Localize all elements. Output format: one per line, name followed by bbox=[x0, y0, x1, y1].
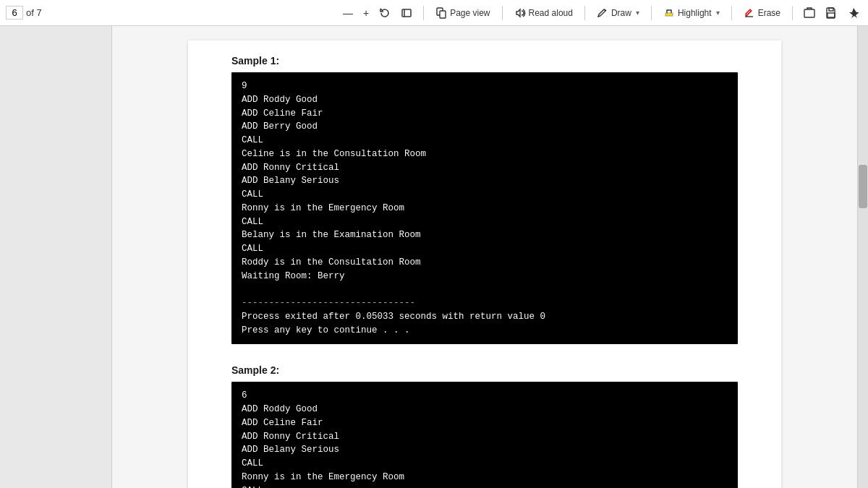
document-page: Sample 1: 9 ADD Roddy Good ADD Celine Fa… bbox=[188, 40, 781, 488]
sample1-line-8: CALL bbox=[242, 188, 728, 202]
sample1-line-7: ADD Belany Serious bbox=[242, 174, 728, 188]
search-button[interactable] bbox=[45, 11, 52, 15]
sample1-line-6: ADD Ronny Critical bbox=[242, 161, 728, 175]
svg-rect-10 bbox=[827, 13, 835, 17]
divider-5 bbox=[731, 6, 732, 20]
divider-1 bbox=[423, 6, 424, 20]
read-aloud-label: Read aloud bbox=[529, 8, 573, 18]
sample1-line-4: CALL bbox=[242, 134, 728, 147]
draw-icon bbox=[597, 7, 608, 19]
svg-rect-2 bbox=[402, 9, 411, 17]
svg-rect-9 bbox=[829, 8, 833, 11]
page-view-label: Page view bbox=[450, 8, 490, 18]
left-sidebar bbox=[0, 26, 112, 488]
scrollbar[interactable] bbox=[857, 26, 868, 488]
divider-2 bbox=[502, 6, 503, 20]
sample2-terminal: 6 ADD Roddy Good ADD Celine Fair ADD Ron… bbox=[231, 382, 738, 488]
highlight-chevron-icon: ▾ bbox=[716, 9, 720, 17]
page-navigation: 6 of 7 bbox=[6, 6, 52, 20]
pin-button[interactable] bbox=[843, 5, 862, 21]
scrollbar-thumb[interactable] bbox=[859, 165, 867, 208]
sample1-line-2: ADD Celine Fair bbox=[242, 107, 728, 121]
zoom-out-icon: — bbox=[343, 7, 353, 19]
fit-icon bbox=[401, 7, 412, 19]
sample2-label: Sample 2: bbox=[231, 364, 738, 376]
pin-icon bbox=[847, 7, 859, 19]
read-aloud-button[interactable]: Read aloud bbox=[510, 5, 577, 21]
undo-icon bbox=[379, 7, 391, 19]
page-view-icon bbox=[435, 7, 447, 19]
sample1-line-11: Belany is in the Examination Room bbox=[242, 228, 728, 242]
sample1-separator: -------------------------------- bbox=[242, 296, 728, 310]
page-number-input[interactable]: 6 bbox=[6, 6, 23, 20]
highlight-button[interactable]: Highlight ▾ bbox=[659, 5, 724, 21]
sample1-line-14: Waiting Room: Berry bbox=[242, 270, 728, 283]
sample1-continue-line: Press any key to continue . . . bbox=[242, 324, 728, 338]
sample1-terminal: 9 ADD Roddy Good ADD Celine Fair ADD Ber… bbox=[231, 72, 738, 344]
draw-label: Draw bbox=[611, 8, 631, 18]
sample2-line-4: ADD Belany Serious bbox=[242, 443, 728, 457]
fit-button[interactable] bbox=[397, 5, 416, 21]
page-content[interactable]: Sample 1: 9 ADD Roddy Good ADD Celine Fa… bbox=[112, 26, 857, 488]
page-view-button[interactable]: Page view bbox=[431, 5, 494, 21]
save-button[interactable] bbox=[822, 5, 841, 21]
sample1-line-13: Roddy is in the Consultation Room bbox=[242, 256, 728, 270]
svg-rect-5 bbox=[440, 11, 446, 18]
sample1-label: Sample 1: bbox=[231, 55, 738, 67]
sample2-line-1: ADD Roddy Good bbox=[242, 403, 728, 416]
erase-icon bbox=[744, 7, 755, 19]
sample2-line-5: CALL bbox=[242, 457, 728, 471]
read-aloud-icon bbox=[514, 7, 526, 19]
divider-6 bbox=[792, 6, 793, 20]
undo-button[interactable] bbox=[375, 5, 394, 21]
erase-button[interactable]: Erase bbox=[739, 5, 785, 21]
toolbar: 6 of 7 — + Page view bbox=[0, 0, 868, 26]
erase-label: Erase bbox=[758, 8, 780, 18]
sample1-line-9: Ronny is in the Emergency Room bbox=[242, 202, 728, 215]
sample2-line-2: ADD Celine Fair bbox=[242, 416, 728, 430]
sample1-line-10: CALL bbox=[242, 215, 728, 229]
sample1-exit-line: Process exited after 0.05033 seconds wit… bbox=[242, 310, 728, 324]
share-button[interactable] bbox=[800, 5, 819, 21]
zoom-in-button[interactable]: + bbox=[359, 5, 373, 21]
sample1-line-12: CALL bbox=[242, 242, 728, 256]
divider-3 bbox=[584, 6, 585, 20]
sample2-line-3: ADD Ronny Critical bbox=[242, 430, 728, 444]
sample1-line-3: ADD Berry Good bbox=[242, 120, 728, 134]
sample1-line-5: Celine is in the Consultation Room bbox=[242, 147, 728, 161]
sample1-line-0: 9 bbox=[242, 80, 728, 93]
sample1-line-1: ADD Roddy Good bbox=[242, 93, 728, 107]
save-icon bbox=[825, 7, 837, 19]
sample2-line-6: Ronny is in the Emergency Room bbox=[242, 471, 728, 484]
zoom-out-button[interactable]: — bbox=[339, 5, 357, 21]
share-icon bbox=[804, 7, 815, 19]
total-pages-label: of 7 bbox=[26, 7, 42, 18]
sample2-line-7: CALL bbox=[242, 484, 728, 489]
svg-rect-6 bbox=[665, 13, 673, 16]
svg-rect-8 bbox=[804, 9, 814, 17]
highlight-icon bbox=[663, 7, 675, 19]
draw-button[interactable]: Draw ▾ bbox=[592, 5, 644, 21]
zoom-in-icon: + bbox=[363, 7, 369, 19]
highlight-label: Highlight bbox=[678, 8, 712, 18]
draw-chevron-icon: ▾ bbox=[636, 9, 639, 17]
sample2-line-0: 6 bbox=[242, 389, 728, 403]
divider-4 bbox=[651, 6, 652, 20]
main-area: Sample 1: 9 ADD Roddy Good ADD Celine Fa… bbox=[0, 26, 868, 488]
